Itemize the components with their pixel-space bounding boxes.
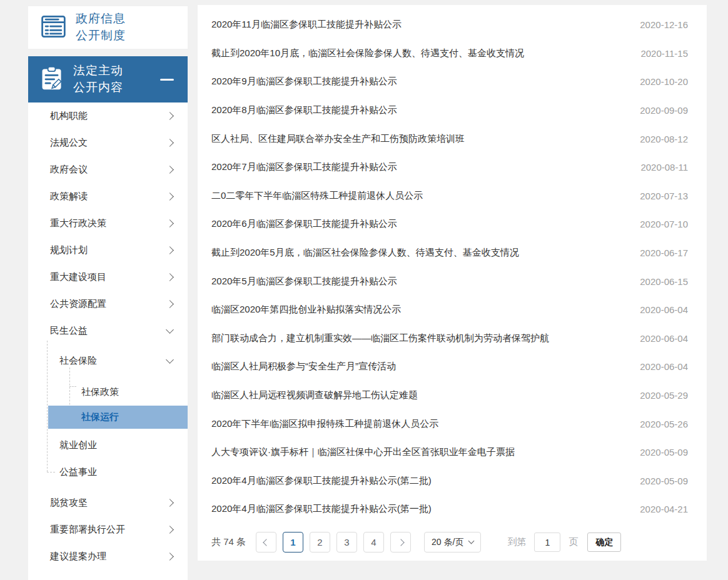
article-link[interactable]: 2020年7月临淄区参保职工技能提升补贴公示 <box>211 161 397 173</box>
sidebar-item-label: 重大建设项目 <box>50 271 106 283</box>
sidebar-item-label: 就业创业 <box>59 439 97 451</box>
article-link[interactable]: 2020年5月临淄区参保职工技能提升补贴公示 <box>211 276 397 288</box>
page-button-4[interactable]: 4 <box>363 532 384 552</box>
sidebar-item-11[interactable]: 社保运行 <box>48 406 188 429</box>
sidebar-item-label: 重要部署执行公开 <box>50 524 125 536</box>
article-link[interactable]: 2020年11月临淄区参保职工技能提升补贴公示 <box>211 19 402 31</box>
sidebar-item-5[interactable]: 规划计划 <box>28 237 188 264</box>
article-row[interactable]: 临淄区2020年第四批创业补贴拟落实情况公示2020-06-04 <box>198 296 707 324</box>
page-button-3[interactable]: 3 <box>336 532 357 552</box>
sidebar-item-2[interactable]: 政府会议 <box>28 156 188 183</box>
article-row[interactable]: 2020年11月临淄区参保职工技能提升补贴公示2020-12-16 <box>198 11 707 39</box>
article-link[interactable]: 临淄区人社局积极参与“安全生产月”宣传活动 <box>211 361 396 372</box>
article-link[interactable]: 2020年4月临淄区参保职工技能提升补贴公示(第二批) <box>211 475 432 487</box>
article-date: 2020-06-17 <box>627 248 688 258</box>
article-link[interactable]: 2020年4月临淄区参保职工技能提升补贴公示(第一批) <box>211 503 432 515</box>
article-row[interactable]: 2020年9月临淄区参保职工技能提升补贴公示2020-10-20 <box>198 68 707 96</box>
sidebar-item-6[interactable]: 重大建设项目 <box>28 264 188 291</box>
article-link[interactable]: 临淄区2020年第四批创业补贴拟落实情况公示 <box>211 304 401 316</box>
article-link[interactable]: 2020年下半年临淄区拟申报特殊工种提前退休人员公示 <box>211 418 438 430</box>
article-row[interactable]: 2020年4月临淄区参保职工技能提升补贴公示(第二批)2020-05-09 <box>198 467 707 496</box>
sidebar-item-15[interactable]: 重要部署执行公开 <box>28 516 188 543</box>
sidebar-item-label: 规划计划 <box>50 244 88 256</box>
content-panel: 2020年11月临淄区参保职工技能提升补贴公示2020-12-16截止到2020… <box>198 5 707 561</box>
sidebar-item-label: 公益事业 <box>59 466 97 478</box>
pagination: 共 74 条 1234 20 条/页 到第 页 确定 <box>198 532 707 553</box>
article-link[interactable]: 截止到2020年10月底，临淄区社会保险参保人数、待遇支付、基金收支情况 <box>211 48 524 59</box>
chevron-right-icon <box>166 246 174 254</box>
article-link[interactable]: 二0二零年下半年临淄区特殊工种提前退休人员公示 <box>211 190 423 202</box>
sidebar-item-9[interactable]: 社会保险 <box>28 348 188 374</box>
page-button-2[interactable]: 2 <box>310 532 330 552</box>
article-row[interactable]: 人大专项评议·旗手标杆｜临淄区社保中心开出全区首张职业年金电子票据2020-05… <box>198 438 707 467</box>
chevron-right-icon <box>166 166 174 174</box>
sidebar-header-info-title: 政府信息 公开制度 <box>76 11 126 44</box>
article-link[interactable]: 区人社局、区住建局联合举办安全生产和工伤预防政策培训班 <box>211 133 465 145</box>
confirm-button[interactable]: 确定 <box>587 532 621 552</box>
chevron-right-icon <box>166 112 174 120</box>
chevron-down-icon <box>166 356 174 364</box>
article-row[interactable]: 临淄区人社局远程视频调查破解异地工伤认定难题2020-05-29 <box>198 381 707 410</box>
article-row[interactable]: 二0二零年下半年临淄区特殊工种提前退休人员公示2020-07-13 <box>198 182 707 211</box>
article-link[interactable]: 2020年6月临淄区参保职工技能提升补贴公示 <box>211 218 397 230</box>
sidebar-item-label: 社保运行 <box>81 411 119 423</box>
article-date: 2020-10-20 <box>627 76 688 87</box>
sidebar-header-info-disclosure[interactable]: 政府信息 公开制度 <box>28 6 188 49</box>
article-link[interactable]: 人大专项评议·旗手标杆｜临淄区社保中心开出全区首张职业年金电子票据 <box>211 446 515 458</box>
sidebar-item-1[interactable]: 法规公文 <box>28 129 188 156</box>
article-list: 2020年11月临淄区参保职工技能提升补贴公示2020-12-16截止到2020… <box>198 5 707 524</box>
sidebar-item-label: 重大行政决策 <box>50 218 106 229</box>
article-row[interactable]: 区人社局、区住建局联合举办安全生产和工伤预防政策培训班2020-08-12 <box>198 124 707 153</box>
sidebar-item-0[interactable]: 机构职能 <box>28 102 188 129</box>
prev-page-button[interactable] <box>256 532 276 552</box>
sidebar: 政府信息 公开制度 法定主动 公开内容 <box>28 6 188 580</box>
chevron-right-icon <box>166 499 174 507</box>
article-row[interactable]: 2020年8月临淄区参保职工技能提升补贴公示2020-09-09 <box>198 96 707 125</box>
article-date: 2020-06-15 <box>627 276 688 287</box>
next-page-button[interactable] <box>390 532 411 552</box>
sidebar-item-4[interactable]: 重大行政决策 <box>28 210 188 237</box>
article-date: 2020-05-09 <box>627 447 688 458</box>
sidebar-item-10[interactable]: 社保政策 <box>28 379 188 406</box>
sidebar-item-label: 政府会议 <box>50 164 88 176</box>
caret-down-icon <box>468 538 475 544</box>
sidebar-item-14[interactable]: 脱贫攻坚 <box>28 489 188 516</box>
article-row[interactable]: 2020年下半年临淄区拟申报特殊工种提前退休人员公示2020-05-26 <box>198 409 707 438</box>
article-row[interactable]: 部门联动成合力，建立机制重实效——临淄区工伤案件联动机制为劳动者保驾护航2020… <box>198 324 707 353</box>
article-link[interactable]: 2020年8月临淄区参保职工技能提升补贴公示 <box>211 104 397 116</box>
sidebar-item-16[interactable]: 建议提案办理 <box>28 543 188 570</box>
article-row[interactable]: 2020年6月临淄区参保职工技能提升补贴公示2020-07-10 <box>198 210 707 239</box>
article-row[interactable]: 截止到2020年10月底，临淄区社会保险参保人数、待遇支付、基金收支情况2020… <box>198 39 707 68</box>
sidebar-item-3[interactable]: 政策解读 <box>28 183 188 210</box>
goto-page-input[interactable] <box>534 532 560 552</box>
article-row[interactable]: 2020年4月临淄区参保职工技能提升补贴公示(第一批)2020-04-21 <box>198 495 707 524</box>
chevron-down-icon <box>166 326 174 334</box>
article-row[interactable]: 截止到2020年5月底，临淄区社会保险参保人数、待遇支付、基金收支情况2020-… <box>198 239 707 268</box>
article-link[interactable]: 截止到2020年5月底，临淄区社会保险参保人数、待遇支付、基金收支情况 <box>211 247 519 259</box>
article-link[interactable]: 临淄区人社局远程视频调查破解异地工伤认定难题 <box>211 389 418 401</box>
sidebar-item-8[interactable]: 民生公益 <box>28 318 188 344</box>
article-date: 2020-06-04 <box>627 333 688 344</box>
page-button-1[interactable]: 1 <box>283 532 303 552</box>
article-row[interactable]: 2020年7月临淄区参保职工技能提升补贴公示2020-08-11 <box>198 153 707 182</box>
document-lines-icon <box>39 13 67 42</box>
sidebar-item-label: 机构职能 <box>50 110 88 122</box>
sidebar-item-12[interactable]: 就业创业 <box>28 432 188 459</box>
chevron-right-icon <box>166 139 174 147</box>
sidebar-item-13[interactable]: 公益事业 <box>28 459 188 486</box>
article-date: 2020-07-10 <box>627 219 688 229</box>
minus-icon[interactable] <box>160 79 174 81</box>
sidebar-item-label: 法规公文 <box>50 137 88 149</box>
page-size-select[interactable]: 20 条/页 <box>424 532 481 552</box>
sidebar-item-7[interactable]: 公共资源配置 <box>28 291 188 318</box>
article-row[interactable]: 2020年5月临淄区参保职工技能提升补贴公示2020-06-15 <box>198 267 707 296</box>
article-date: 2020-06-04 <box>627 361 688 372</box>
chevron-right-icon <box>166 192 174 201</box>
article-link[interactable]: 部门联动成合力，建立机制重实效——临淄区工伤案件联动机制为劳动者保驾护航 <box>211 332 549 344</box>
goto-label: 到第 <box>507 536 526 548</box>
article-date: 2020-07-13 <box>627 191 688 201</box>
sidebar-header-legal-disclosure[interactable]: 法定主动 公开内容 <box>28 56 188 102</box>
chevron-right-icon <box>166 219 174 228</box>
article-row[interactable]: 临淄区人社局积极参与“安全生产月”宣传活动2020-06-04 <box>198 352 707 381</box>
article-link[interactable]: 2020年9月临淄区参保职工技能提升补贴公示 <box>211 76 397 88</box>
